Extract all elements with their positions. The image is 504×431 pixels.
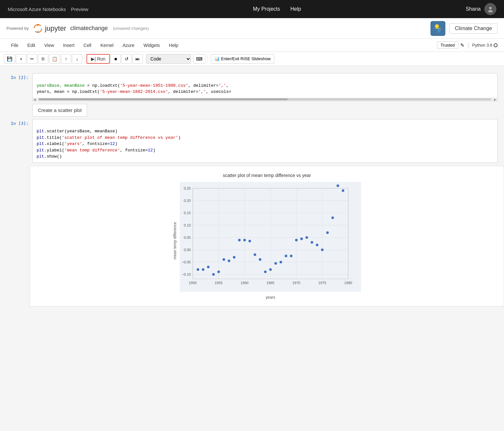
menu-view[interactable]: View	[40, 41, 59, 50]
move-up-button[interactable]: ↑	[61, 54, 71, 64]
run-icon: ▶|	[91, 56, 96, 61]
avatar[interactable]	[485, 3, 496, 15]
stop-button[interactable]: ■	[110, 54, 121, 64]
bar-chart-icon: 📊	[214, 56, 220, 61]
svg-text:1970: 1970	[292, 281, 300, 285]
cell-2-container: In [3]: plt.scatter(yearsBase, meanBase)…	[0, 118, 504, 163]
chart-output: scatter plot of mean temp difference vs …	[30, 166, 504, 306]
cell-1-content[interactable]: yearsBase, meanBase = np.loadtxt('5-year…	[32, 73, 498, 101]
menu-azure[interactable]: Azure	[118, 41, 139, 50]
svg-point-4	[37, 31, 39, 33]
rise-slideshow-button[interactable]: 📊 Enter/Exit RISE Slideshow	[211, 54, 274, 64]
save-button[interactable]: 💾	[4, 54, 15, 64]
python-version-label: Python 3.6	[472, 43, 492, 48]
svg-point-66	[326, 231, 329, 234]
notebook-title: climatechange	[70, 25, 108, 32]
markdown-text: Create a scatter plot	[38, 107, 82, 113]
keyboard-shortcuts-button[interactable]: ⌨	[193, 54, 205, 64]
svg-point-0	[489, 7, 492, 9]
svg-text:0.05: 0.05	[184, 236, 191, 239]
kernel-status-icon	[494, 43, 498, 47]
fast-forward-button[interactable]: ⏭	[132, 54, 143, 64]
menu-edit[interactable]: Edit	[23, 41, 40, 50]
svg-point-50	[243, 239, 246, 241]
brand-name: Microsoft Azure Notebooks	[8, 6, 66, 12]
climate-change-button[interactable]: Climate Change	[449, 23, 498, 34]
svg-point-42	[202, 268, 204, 271]
nav-my-projects[interactable]: My Projects	[253, 6, 280, 12]
svg-text:0.25: 0.25	[184, 186, 191, 190]
svg-point-44	[212, 273, 215, 276]
powered-by-label: Powered by	[6, 26, 29, 31]
menu-insert[interactable]: Insert	[59, 41, 79, 50]
svg-point-62	[305, 236, 308, 239]
nav-links: My Projects Help	[253, 6, 301, 12]
svg-point-65	[321, 249, 324, 251]
move-down-button[interactable]: ↓	[72, 54, 82, 64]
menu-cell[interactable]: Cell	[79, 41, 96, 50]
markdown-cell[interactable]: Create a scatter plot	[32, 104, 87, 116]
copy-button[interactable]: ⎘	[38, 54, 48, 64]
menu-help[interactable]: Help	[165, 41, 183, 50]
chart-inner: 0.25 0.20 0.15 0.10 0.05 0.00 −0.05 −0.1…	[180, 182, 361, 300]
svg-text:1955: 1955	[215, 281, 223, 285]
svg-point-68	[337, 184, 339, 187]
jupyter-text: jupyter	[45, 24, 66, 33]
chart-wrap: mean temp difference	[173, 182, 361, 300]
svg-text:1975: 1975	[318, 281, 326, 285]
username: Shana	[466, 6, 481, 12]
cut-button[interactable]: ✂	[27, 54, 37, 64]
menu-file[interactable]: File	[6, 41, 23, 50]
cell-type-select[interactable]: Code Markdown Raw NBConvert Heading	[146, 54, 191, 64]
svg-point-56	[274, 262, 277, 265]
cell-1-container: In [2]: yearsBase, meanBase = np.loadtxt…	[0, 72, 504, 102]
run-button[interactable]: ▶| Run	[86, 54, 110, 64]
scatter-chart-svg: 0.25 0.20 0.15 0.10 0.05 0.00 −0.05 −0.1…	[180, 182, 361, 292]
paste-button[interactable]: 📋	[49, 54, 60, 64]
rise-label: Enter/Exit RISE Slideshow	[221, 56, 270, 61]
toolbar: 💾 + ✂ ⎘ 📋 ↑ ↓ ▶| Run ■ ↺ ⏭ Code Markdown…	[0, 52, 504, 66]
svg-text:1965: 1965	[267, 281, 274, 285]
svg-point-3	[37, 24, 39, 26]
svg-text:1960: 1960	[241, 281, 248, 285]
svg-text:0.15: 0.15	[184, 211, 191, 215]
divider1: |	[468, 42, 469, 48]
jupyter-icon-svg	[33, 23, 43, 34]
svg-rect-8	[435, 28, 441, 29]
svg-point-49	[238, 239, 241, 241]
scroll-right-arrow[interactable]: ▶	[494, 98, 497, 101]
nav-help[interactable]: Help	[291, 6, 301, 12]
y-axis-label: mean temp difference	[173, 222, 177, 260]
trusted-button[interactable]: Trusted	[437, 41, 458, 49]
scroll-left-arrow[interactable]: ◀	[33, 98, 36, 101]
svg-point-54	[264, 271, 267, 273]
cell-2-label: In [3]:	[6, 119, 32, 126]
svg-text:−0.05: −0.05	[182, 260, 191, 264]
add-cell-button[interactable]: +	[16, 54, 26, 64]
svg-text:−0.10: −0.10	[182, 272, 191, 276]
markdown-cell-container: Create a scatter plot	[0, 103, 504, 117]
svg-point-61	[300, 238, 303, 240]
edit-icon-button[interactable]: ✎	[458, 41, 466, 49]
menu-kernel[interactable]: Kernel	[96, 41, 118, 50]
unsaved-label: (unsaved changes)	[113, 26, 149, 31]
svg-point-1	[488, 10, 493, 12]
run-label: Run	[97, 56, 106, 61]
user-area: Shana	[466, 3, 496, 15]
svg-point-41	[197, 268, 199, 271]
restart-button[interactable]: ↺	[121, 54, 132, 64]
menu-bar: File Edit View Insert Cell Kernel Azure …	[0, 39, 504, 52]
cell-1-scrollbar[interactable]: ◀ ▶	[33, 98, 497, 101]
svg-point-48	[233, 256, 235, 259]
markdown-label	[6, 104, 32, 106]
svg-point-59	[290, 255, 292, 257]
svg-point-63	[311, 241, 313, 244]
cell-2-content[interactable]: plt.scatter(yearsBase, meanBase) plt.tit…	[32, 119, 498, 163]
separator1	[84, 55, 85, 63]
svg-point-57	[280, 261, 282, 263]
separator2	[207, 55, 208, 63]
svg-point-64	[316, 244, 318, 246]
preview-label: Preview	[71, 6, 88, 12]
menu-widgets[interactable]: Widgets	[139, 41, 165, 50]
svg-point-52	[254, 253, 256, 256]
